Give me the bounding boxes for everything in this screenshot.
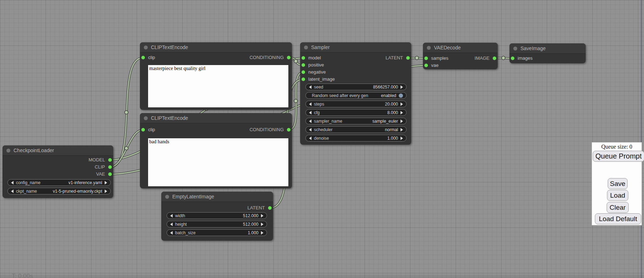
slot-dot-icon[interactable] bbox=[141, 128, 145, 132]
output-slot-conditioning[interactable]: CONDITIONING bbox=[250, 126, 292, 133]
slot-dot-icon[interactable] bbox=[302, 70, 305, 74]
link-midpoint-dot bbox=[125, 111, 128, 114]
widget-config-name[interactable]: config_name v1-inference.yaml bbox=[7, 179, 111, 186]
slot-dot-icon[interactable] bbox=[287, 128, 290, 132]
input-slot-model[interactable]: model bbox=[300, 54, 321, 62]
load-default-button[interactable]: Load Default bbox=[595, 213, 641, 224]
node-title-bar[interactable]: CheckpointLoader bbox=[2, 145, 113, 156]
stepper-right-icon[interactable] bbox=[400, 128, 403, 132]
slot-dot-icon[interactable] bbox=[108, 158, 112, 162]
output-slot-latent[interactable]: LATENT bbox=[247, 204, 273, 212]
stepper-left-icon[interactable] bbox=[309, 128, 311, 132]
stepper-left-icon[interactable] bbox=[309, 111, 311, 114]
stepper-left-icon[interactable] bbox=[11, 189, 14, 193]
stepper-right-icon[interactable] bbox=[105, 181, 107, 185]
node-title-bar[interactable]: SaveImage bbox=[509, 43, 586, 54]
stepper-right-icon[interactable] bbox=[400, 119, 403, 123]
clear-button[interactable]: Clear bbox=[607, 202, 629, 213]
stepper-left-icon[interactable] bbox=[309, 102, 311, 106]
node-title-bar[interactable]: CLIPTextEncode bbox=[140, 42, 292, 53]
load-button[interactable]: Load bbox=[607, 190, 628, 201]
stepper-left-icon[interactable] bbox=[11, 181, 14, 185]
slot-dot-icon[interactable] bbox=[287, 56, 290, 59]
input-slot-samples[interactable]: samples bbox=[423, 55, 448, 62]
widget-denoise[interactable]: denoise 1.000 bbox=[305, 135, 407, 141]
node-title-bar[interactable]: CLIPTextEncode bbox=[140, 113, 292, 123]
slot-dot-icon[interactable] bbox=[302, 63, 305, 67]
stepper-left-icon[interactable] bbox=[309, 137, 311, 140]
collapse-dot-icon[interactable] bbox=[427, 46, 431, 50]
slot-dot-icon[interactable] bbox=[141, 56, 145, 59]
stepper-left-icon[interactable] bbox=[309, 85, 311, 89]
widget-seed[interactable]: seed 8566257.000 bbox=[305, 84, 407, 90]
widget-batch-size[interactable]: batch_size 1.000 bbox=[167, 229, 267, 236]
output-slot-vae[interactable]: VAE bbox=[96, 171, 113, 178]
slot-dot-icon[interactable] bbox=[424, 64, 428, 67]
collapse-dot-icon[interactable] bbox=[304, 46, 308, 49]
stepper-left-icon[interactable] bbox=[309, 119, 311, 123]
input-slot-latent-image[interactable]: latent_image bbox=[300, 76, 335, 83]
input-slot-positive[interactable]: positive bbox=[300, 62, 324, 69]
node-sampler[interactable]: Sampler model positive negative latent_i… bbox=[300, 42, 411, 145]
stepper-right-icon[interactable] bbox=[105, 189, 107, 193]
node-title-bar[interactable]: EmptyLatentImage bbox=[161, 192, 273, 202]
widget-width[interactable]: width 512.000 bbox=[167, 212, 267, 219]
slot-dot-icon[interactable] bbox=[108, 172, 112, 176]
collapse-dot-icon[interactable] bbox=[144, 116, 148, 120]
node-graph-canvas[interactable]: T: 0.00s bbox=[0, 0, 644, 278]
node-save-image[interactable]: SaveImage images bbox=[509, 43, 586, 63]
slot-dot-icon[interactable] bbox=[424, 57, 428, 60]
prompt-textarea[interactable]: bad hands bbox=[148, 138, 288, 186]
collapse-dot-icon[interactable] bbox=[6, 149, 10, 153]
output-slot-model[interactable]: MODEL bbox=[89, 156, 113, 164]
stepper-right-icon[interactable] bbox=[261, 214, 263, 218]
slot-dot-icon[interactable] bbox=[302, 77, 305, 81]
stepper-right-icon[interactable] bbox=[400, 85, 403, 89]
slot-dot-icon[interactable] bbox=[302, 56, 305, 60]
input-slot-vae[interactable]: vae bbox=[423, 62, 439, 69]
save-button[interactable]: Save bbox=[608, 178, 628, 189]
widget-sampler-name[interactable]: sampler_name sample_euler bbox=[305, 118, 407, 124]
stepper-left-icon[interactable] bbox=[170, 231, 173, 235]
collapse-dot-icon[interactable] bbox=[513, 47, 517, 50]
stepper-right-icon[interactable] bbox=[261, 231, 263, 235]
node-clip-text-encode-positive[interactable]: CLIPTextEncode clip CONDITIONING masterp… bbox=[140, 42, 292, 110]
widget-scheduler[interactable]: scheduler normal bbox=[305, 126, 407, 133]
stepper-right-icon[interactable] bbox=[400, 102, 403, 106]
toggle-dot-icon[interactable] bbox=[399, 93, 403, 98]
queue-prompt-button[interactable]: Queue Prompt bbox=[593, 151, 644, 162]
output-slot-latent[interactable]: LATENT bbox=[386, 54, 411, 62]
link-midpoint-dot bbox=[294, 99, 298, 103]
widget-steps[interactable]: steps 20.000 bbox=[305, 101, 407, 107]
node-title-bar[interactable]: VAEDecode bbox=[423, 43, 498, 53]
node-checkpoint-loader[interactable]: CheckpointLoader MODEL CLIP VAE config_n… bbox=[2, 145, 113, 198]
widget-height[interactable]: height 512.000 bbox=[167, 221, 267, 228]
prompt-textarea[interactable]: masterpiece best quality girl bbox=[148, 65, 288, 107]
output-slot-clip[interactable]: CLIP bbox=[95, 164, 113, 171]
node-empty-latent-image[interactable]: EmptyLatentImage LATENT width 512.000 he… bbox=[161, 192, 273, 241]
stepper-left-icon[interactable] bbox=[170, 223, 173, 226]
input-slot-clip[interactable]: clip bbox=[140, 54, 155, 61]
input-slot-clip[interactable]: clip bbox=[140, 126, 155, 133]
slot-dot-icon[interactable] bbox=[108, 165, 112, 169]
widget-ckpt-name[interactable]: ckpt_name v1-5-pruned-emaonly.ckpt bbox=[7, 188, 111, 194]
stepper-left-icon[interactable] bbox=[170, 214, 173, 218]
slot-dot-icon[interactable] bbox=[406, 56, 410, 60]
stepper-right-icon[interactable] bbox=[261, 223, 263, 226]
input-slot-negative[interactable]: negative bbox=[300, 69, 326, 76]
collapse-dot-icon[interactable] bbox=[144, 46, 148, 49]
output-slot-conditioning[interactable]: CONDITIONING bbox=[250, 54, 292, 61]
collapse-dot-icon[interactable] bbox=[165, 195, 169, 199]
slot-dot-icon[interactable] bbox=[511, 57, 514, 60]
output-slot-image[interactable]: IMAGE bbox=[475, 55, 498, 62]
node-title-bar[interactable]: Sampler bbox=[300, 42, 411, 53]
stepper-right-icon[interactable] bbox=[400, 111, 403, 114]
stepper-right-icon[interactable] bbox=[400, 137, 403, 140]
node-vae-decode[interactable]: VAEDecode samples vae IMAGE bbox=[423, 43, 498, 69]
node-clip-text-encode-negative[interactable]: CLIPTextEncode clip CONDITIONING bad han… bbox=[140, 113, 292, 188]
input-slot-images[interactable]: images bbox=[509, 55, 533, 62]
slot-dot-icon[interactable] bbox=[268, 206, 272, 210]
slot-dot-icon[interactable] bbox=[493, 57, 496, 60]
widget-cfg[interactable]: cfg 8.000 bbox=[305, 109, 407, 116]
widget-random-seed-toggle[interactable]: Random seed after every gen enabled bbox=[305, 92, 407, 99]
